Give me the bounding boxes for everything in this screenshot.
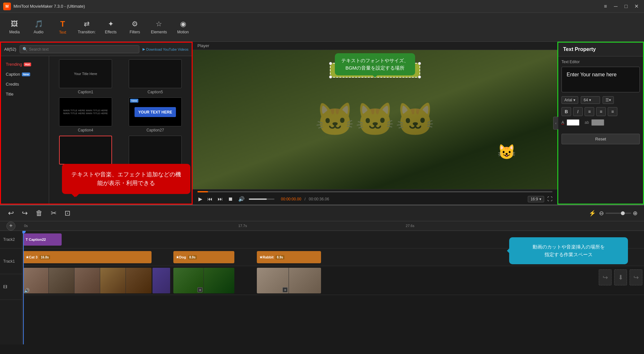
bold-button[interactable]: B xyxy=(561,107,571,116)
tool-effects[interactable]: ✦ Effects xyxy=(100,15,122,39)
zoom-controls: ⊖ ⊕ xyxy=(599,210,638,217)
sound-icon: 🔊 xyxy=(24,288,30,293)
tool-elements[interactable]: ☆ Elements xyxy=(148,15,170,39)
minimize-button[interactable]: ─ xyxy=(611,2,620,11)
progress-fill xyxy=(197,191,208,192)
play-button[interactable]: ▶ xyxy=(197,195,203,203)
cyan-tooltip: 動画のカットや音楽挿入の場所を指定する作業スペース xyxy=(509,237,628,264)
cat-thumb-2 xyxy=(49,268,74,293)
align-right-button[interactable]: ≡ xyxy=(608,107,617,116)
tool-media[interactable]: 🖼 Media xyxy=(3,15,26,39)
download-youtube-btn[interactable]: ▶ Download YouTube Videos xyxy=(143,47,189,51)
cut-button[interactable]: ✂ xyxy=(49,207,58,219)
dog-thumb-2 xyxy=(204,268,234,293)
font-dropdown-icon: ▾ xyxy=(573,98,575,102)
cat-thumb-4 xyxy=(100,268,126,293)
timeline-content: Track2 Track1 🎞 T Caption22 ★ Cat 3 16.8 xyxy=(0,231,644,344)
font-family-select[interactable]: Arial ▾ xyxy=(561,96,578,104)
tool-text[interactable]: T Text xyxy=(51,15,74,39)
skip-back-button[interactable]: ⏮ xyxy=(206,195,213,203)
zoom-slider[interactable] xyxy=(605,213,631,214)
caption22-clip[interactable]: T Caption22 xyxy=(23,233,62,246)
align-icon: ☰ xyxy=(605,98,609,102)
tool-effects-label: Effects xyxy=(105,30,117,34)
font-color-swatch[interactable] xyxy=(567,119,579,126)
align-center-button[interactable]: ≡ xyxy=(596,107,606,116)
thumb-icon-2: ⊞ xyxy=(283,287,288,292)
player-header: Player xyxy=(193,42,557,50)
cat-duration: 16.8s xyxy=(39,255,50,259)
arrow-right-icon-1: ↪ xyxy=(603,274,608,281)
dog-thumb-1: ⊞ xyxy=(173,268,204,293)
stop-button[interactable]: ⏹ xyxy=(227,195,234,203)
text-bg-swatch[interactable] xyxy=(591,119,604,126)
media-icon: 🖼 xyxy=(11,20,18,28)
ruler-marker-0: 0s xyxy=(24,224,28,228)
text-icon: T xyxy=(60,20,65,29)
text-item-caption1[interactable]: Your Title Here Caption1 xyxy=(52,59,119,94)
thumbnail-strip-row: ⊞ ⊞ ↪ ⬇ xyxy=(22,266,644,295)
progress-bar[interactable] xyxy=(197,191,553,192)
crop-button[interactable]: ⊡ xyxy=(63,207,72,219)
thumb-icon-1: ⊞ xyxy=(197,287,203,292)
reset-button[interactable]: Reset xyxy=(561,134,640,144)
motion-icon: ◉ xyxy=(180,20,186,28)
undo-button[interactable]: ↩ xyxy=(6,207,15,219)
sidebar-item-trending[interactable]: Trending Hot xyxy=(1,59,49,69)
tool-transition[interactable]: ⇄ Transition: xyxy=(75,15,98,39)
volume-slider[interactable] xyxy=(249,198,274,200)
tool-elements-label: Elements xyxy=(151,30,167,34)
tool-filters[interactable]: ⚙ Filters xyxy=(124,15,146,39)
zoom-out-button[interactable]: ⊖ xyxy=(599,210,604,217)
style-controls: B I ≡ ≡ ≡ xyxy=(561,107,640,116)
title-label: Title xyxy=(6,92,13,97)
main-content: All(52) 🔍 ▶ Download YouTube Videos Tren… xyxy=(0,42,644,205)
elements-icon: ☆ xyxy=(156,20,162,28)
zoom-in-button[interactable]: ⊕ xyxy=(633,210,638,217)
aspect-ratio[interactable]: 16:9 ▾ xyxy=(528,196,544,202)
sidebar-item-title[interactable]: Title xyxy=(1,89,49,99)
collapse-tab[interactable]: ‹ xyxy=(553,117,558,130)
font-size-value: 64 xyxy=(584,98,588,102)
color-controls: A ab xyxy=(561,119,640,126)
skip-forward-button[interactable]: ⏭ xyxy=(217,195,224,203)
fullscreen-button[interactable]: ⛶ xyxy=(547,196,553,202)
text-item-caption4[interactable]: MAIN TITLE HERE MAIN TITLE HERE MAIN TIT… xyxy=(52,97,119,132)
tool-motion[interactable]: ◉ Motion xyxy=(172,15,194,39)
align-left-button[interactable]: ≡ xyxy=(585,107,594,116)
zoom-split-button[interactable]: ⚡ xyxy=(589,210,596,217)
volume-button[interactable]: 🔊 xyxy=(237,195,246,203)
maximize-button[interactable]: □ xyxy=(622,2,631,11)
caption4-label: Caption4 xyxy=(78,128,93,132)
sidebar-item-credits[interactable]: Credits xyxy=(1,79,49,89)
font-controls: Arial ▾ 64 ▾ ☰ ▾ xyxy=(561,96,640,104)
dog-clip[interactable]: ★ Dog 8.9s xyxy=(173,251,234,263)
film-icon: 🎞 xyxy=(3,285,7,289)
timeline-ruler: + 0s 17.7s 27.6s xyxy=(0,221,644,231)
cat-thumb-5 xyxy=(126,268,152,293)
text-align-btn[interactable]: ☰ ▾ xyxy=(603,96,614,104)
tool-audio[interactable]: 🎵 Audio xyxy=(27,15,50,39)
bottom-right-controls: ⚡ ⊖ ⊕ xyxy=(589,210,638,217)
italic-button[interactable]: I xyxy=(573,107,583,116)
delete-button[interactable]: 🗑 xyxy=(34,207,44,219)
caption4-preview: MAIN TITLE HERE MAIN TITLE HERE MAIN TIT… xyxy=(59,97,112,126)
search-input[interactable] xyxy=(29,47,136,52)
rabbit-clip[interactable]: ★ Rabbit 8.9s xyxy=(257,251,321,263)
cat-thumbnails xyxy=(23,268,152,293)
cat-clip[interactable]: ★ Cat 3 16.8s xyxy=(23,251,152,263)
menu-button[interactable]: ≡ xyxy=(601,2,610,11)
close-button[interactable]: ✕ xyxy=(632,2,641,11)
download-label: Download YouTube Videos xyxy=(146,47,189,51)
dog-thumbnails: ⊞ xyxy=(173,268,234,293)
font-size-select[interactable]: 64 ▾ xyxy=(581,96,600,104)
redo-button[interactable]: ↪ xyxy=(20,207,29,219)
text-item-caption5[interactable]: Caption5 xyxy=(122,59,188,94)
search-bar[interactable]: 🔍 xyxy=(20,45,139,53)
caption23-preview xyxy=(129,136,182,164)
add-media-button[interactable]: + xyxy=(6,222,15,231)
caption5-label: Caption5 xyxy=(147,90,163,94)
text-item-caption27[interactable]: New YOUR TEXT HERE Caption27 xyxy=(122,97,188,132)
text-editor-box[interactable]: Enter Your name here xyxy=(561,67,640,92)
sidebar-item-caption[interactable]: Caption New xyxy=(1,69,49,79)
